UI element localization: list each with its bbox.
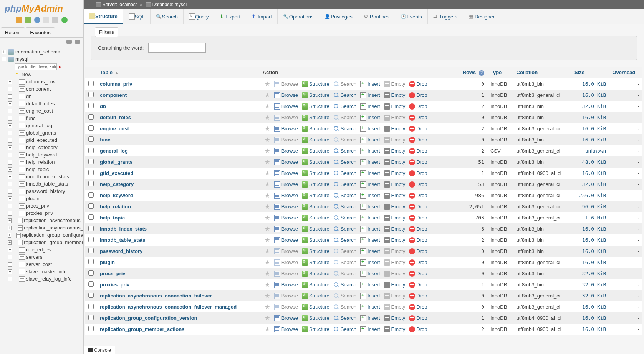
expand-icon[interactable]: + [8, 101, 12, 106]
tree-table[interactable]: +general_log [2, 122, 83, 129]
structure-link[interactable]: Structure [300, 181, 331, 188]
table-name-link[interactable]: func [100, 137, 110, 143]
drop-link[interactable]: Drop [407, 259, 429, 266]
structure-link[interactable]: Structure [300, 125, 331, 132]
expand-icon[interactable]: + [8, 248, 12, 252]
col-type[interactable]: Type [487, 67, 513, 78]
insert-link[interactable]: Insert [359, 292, 382, 299]
drop-link[interactable]: Drop [407, 181, 429, 188]
structure-link[interactable]: Structure [300, 281, 331, 288]
search-link[interactable]: Search [332, 192, 358, 199]
browse-link[interactable]: Browse [273, 80, 300, 88]
search-link[interactable]: Search [332, 158, 358, 166]
search-link[interactable]: Search [332, 114, 358, 121]
drop-link[interactable]: Drop [407, 314, 429, 322]
expand-icon[interactable]: + [8, 153, 12, 157]
browse-link[interactable]: Browse [273, 259, 300, 266]
table-name-link[interactable]: help_keyword [100, 193, 133, 198]
tree-table[interactable]: +innodb_table_stats [2, 180, 83, 188]
browse-link[interactable]: Browse [273, 170, 300, 177]
favorite-star-icon[interactable]: ★ [263, 292, 272, 299]
structure-link[interactable]: Structure [300, 326, 331, 333]
favorite-star-icon[interactable]: ★ [263, 214, 272, 221]
tree-table[interactable]: +engine_cost [2, 107, 83, 115]
tree-table[interactable]: +replication_group_configura [2, 231, 83, 239]
search-link[interactable]: Search [332, 270, 358, 277]
favorite-star-icon[interactable]: ★ [263, 303, 272, 311]
drop-link[interactable]: Drop [407, 170, 429, 177]
empty-link[interactable]: Empty [382, 326, 407, 333]
tab-recent[interactable]: Recent [1, 27, 25, 37]
browse-link[interactable]: Browse [273, 303, 300, 311]
empty-link[interactable]: Empty [382, 270, 407, 277]
structure-link[interactable]: Structure [300, 248, 331, 255]
expand-icon[interactable]: + [8, 189, 12, 194]
tree-filter-input[interactable] [15, 63, 57, 70]
expand-icon[interactable]: + [8, 87, 12, 91]
tree-table[interactable]: +slave_master_info [2, 268, 83, 275]
tree-table[interactable]: +password_history [2, 188, 83, 195]
empty-link[interactable]: Empty [382, 125, 407, 132]
favorite-star-icon[interactable]: ★ [263, 147, 272, 155]
browse-link[interactable]: Browse [273, 192, 300, 199]
tab-favorites[interactable]: Favorites [26, 27, 55, 37]
drop-link[interactable]: Drop [407, 292, 429, 299]
empty-link[interactable]: Empty [382, 259, 407, 266]
insert-link[interactable]: Insert [359, 259, 382, 266]
row-checkbox[interactable] [88, 181, 94, 186]
insert-link[interactable]: Insert [359, 326, 382, 333]
table-name-link[interactable]: replication_group_configuration_version [100, 315, 197, 321]
empty-link[interactable]: Empty [382, 248, 407, 255]
insert-link[interactable]: Insert [359, 214, 382, 221]
drop-link[interactable]: Drop [407, 103, 429, 110]
empty-link[interactable]: Empty [382, 170, 407, 177]
table-name-link[interactable]: password_history [100, 248, 142, 254]
favorite-star-icon[interactable]: ★ [263, 158, 272, 166]
tree-db-mysql[interactable]: − mysql [2, 55, 83, 63]
table-name-link[interactable]: replication_asynchronous_connection_fail… [100, 304, 237, 310]
tree-table[interactable]: +replication_asynchronous_ [2, 224, 83, 231]
drop-link[interactable]: Drop [407, 192, 429, 199]
col-rows[interactable]: Rows ? [456, 67, 487, 78]
search-link[interactable]: Search [332, 103, 358, 110]
structure-link[interactable]: Structure [300, 214, 331, 221]
empty-link[interactable]: Empty [382, 103, 407, 110]
favorite-star-icon[interactable]: ★ [263, 170, 272, 177]
search-link[interactable]: Search [332, 303, 358, 311]
table-name-link[interactable]: replication_group_member_actions [100, 326, 184, 332]
link-icon[interactable] [75, 40, 80, 44]
nav-tab-triggers[interactable]: Triggers [428, 9, 463, 24]
row-checkbox[interactable] [88, 159, 94, 164]
search-link[interactable]: Search [332, 170, 358, 177]
browse-link[interactable]: Browse [273, 270, 300, 277]
tree-table[interactable]: +replication_asynchronous_ [2, 217, 83, 224]
favorite-star-icon[interactable]: ★ [263, 225, 272, 233]
expand-icon[interactable]: + [8, 123, 12, 128]
search-link[interactable]: Search [332, 225, 358, 233]
expand-icon[interactable]: + [8, 182, 12, 186]
reload-nav-icon[interactable] [52, 17, 58, 23]
breadcrumb-back-icon[interactable]: ← [88, 2, 92, 7]
favorite-star-icon[interactable]: ★ [263, 103, 272, 110]
row-checkbox[interactable] [88, 281, 94, 287]
expand-icon[interactable]: + [8, 277, 12, 281]
drop-link[interactable]: Drop [407, 270, 429, 277]
drop-link[interactable]: Drop [407, 136, 429, 143]
home-icon[interactable] [16, 17, 22, 23]
empty-link[interactable]: Empty [382, 114, 407, 121]
expand-icon[interactable]: + [8, 160, 12, 165]
favorite-star-icon[interactable]: ★ [263, 236, 272, 244]
col-overhead[interactable]: Overhead [609, 67, 642, 78]
structure-link[interactable]: Structure [300, 192, 331, 199]
browse-link[interactable]: Browse [273, 158, 300, 166]
console-toggle[interactable]: Console [84, 346, 115, 354]
structure-link[interactable]: Structure [300, 136, 331, 143]
browse-link[interactable]: Browse [273, 236, 300, 244]
search-link[interactable]: Search [332, 236, 358, 244]
search-link[interactable]: Search [332, 326, 358, 333]
empty-link[interactable]: Empty [382, 314, 407, 322]
tree-table[interactable]: +func [2, 115, 83, 122]
insert-link[interactable]: Insert [359, 114, 382, 121]
structure-link[interactable]: Structure [300, 91, 331, 99]
insert-link[interactable]: Insert [359, 80, 382, 88]
